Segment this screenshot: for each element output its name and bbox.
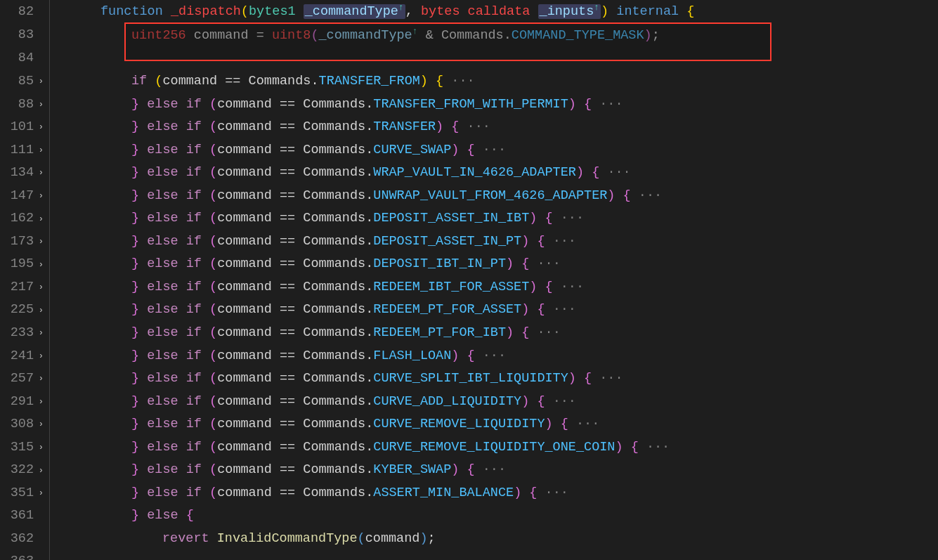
fold-icon[interactable]: › bbox=[37, 420, 44, 429]
fold-icon[interactable]: › bbox=[37, 306, 44, 315]
folded-dots[interactable]: ··· bbox=[553, 302, 576, 317]
code-line[interactable]: 233›} else if (command == Commands.REDEE… bbox=[0, 322, 938, 345]
fold-icon[interactable]: › bbox=[37, 261, 44, 269]
folded-dots[interactable]: ··· bbox=[576, 417, 599, 431]
fold-icon[interactable]: › bbox=[37, 237, 44, 246]
folded-dots[interactable]: ··· bbox=[553, 394, 576, 409]
code-line[interactable]: 85› if (command == Commands.TRANSFER_FRO… bbox=[0, 70, 938, 93]
fold-icon[interactable]: › bbox=[37, 329, 44, 337]
folded-dots[interactable]: ··· bbox=[545, 486, 568, 500]
close-paren: ) bbox=[568, 371, 576, 386]
code-line[interactable]: 308›} else if (command == Commands.CURVE… bbox=[0, 413, 938, 436]
code-line[interactable]: 173›} else if (command == Commands.DEPOS… bbox=[0, 230, 938, 254]
fold-icon[interactable]: › bbox=[37, 192, 44, 200]
code-content[interactable]: } else if (command == Commands.CURVE_ADD… bbox=[49, 391, 938, 414]
fold-icon[interactable]: › bbox=[37, 169, 44, 177]
fold-icon[interactable]: › bbox=[37, 77, 44, 86]
code-content[interactable]: } else if (command == Commands.TRANSFER)… bbox=[49, 116, 938, 139]
folded-dots[interactable]: ··· bbox=[467, 119, 490, 134]
namespace-commands: Commands bbox=[303, 97, 365, 112]
code-content[interactable]: } else if (command == Commands.REDEEM_PT… bbox=[49, 299, 938, 322]
code-content[interactable]: } else if (command == Commands.DEPOSIT_I… bbox=[49, 253, 938, 276]
fold-icon[interactable]: › bbox=[37, 123, 44, 131]
code-line[interactable]: 147›} else if (command == Commands.UNWRA… bbox=[0, 185, 938, 208]
fold-icon[interactable]: › bbox=[37, 100, 44, 109]
code-line[interactable]: 195›} else if (command == Commands.DEPOS… bbox=[0, 253, 938, 276]
fold-icon[interactable]: › bbox=[37, 467, 44, 475]
folded-dots[interactable]: ··· bbox=[599, 371, 623, 386]
fold-icon[interactable]: › bbox=[37, 375, 44, 383]
code-line[interactable]: 351›} else if (command == Commands.ASSER… bbox=[0, 482, 938, 505]
code-content[interactable]: } else if (command == Commands.TRANSFER_… bbox=[49, 93, 938, 117]
code-line[interactable]: 225›} else if (command == Commands.REDEE… bbox=[0, 299, 938, 322]
code-content[interactable]: } else if (command == Commands.REDEEM_PT… bbox=[49, 322, 938, 345]
folded-dots[interactable]: ··· bbox=[537, 325, 560, 340]
folded-dots[interactable]: ··· bbox=[483, 349, 506, 363]
code-line[interactable]: 241›} else if (command == Commands.FLASH… bbox=[0, 345, 938, 368]
code-content[interactable]: if (command == Commands.TRANSFER_FROM) {… bbox=[49, 70, 938, 93]
close-paren: ) bbox=[420, 74, 428, 89]
gutter: 233› bbox=[0, 322, 49, 345]
code-line[interactable]: 111›} else if (command == Commands.CURVE… bbox=[0, 139, 938, 162]
fold-icon[interactable]: › bbox=[37, 443, 44, 452]
code-line[interactable]: 162›} else if (command == Commands.DEPOS… bbox=[0, 207, 938, 230]
code-line[interactable]: 88›} else if (command == Commands.TRANSF… bbox=[0, 93, 938, 117]
folded-dots[interactable]: ··· bbox=[607, 165, 630, 180]
code-content[interactable]: } else if (command == Commands.ASSERT_MI… bbox=[49, 482, 938, 505]
var-command: command bbox=[217, 280, 272, 294]
code-line[interactable]: 101›} else if (command == Commands.TRANS… bbox=[0, 116, 938, 139]
fold-icon[interactable]: › bbox=[37, 398, 44, 406]
fold-icon[interactable]: › bbox=[37, 215, 44, 223]
folded-dots[interactable]: ··· bbox=[483, 143, 506, 157]
code-content[interactable]: } else if (command == Commands.UNWRAP_VA… bbox=[49, 185, 938, 208]
folded-dots[interactable]: ··· bbox=[639, 188, 662, 203]
code-content[interactable]: } else if (command == Commands.CURVE_REM… bbox=[49, 436, 938, 460]
keyword-else: else bbox=[147, 234, 178, 249]
code-line[interactable]: 83 uint256 command = uint8(_commandType↑… bbox=[0, 24, 938, 48]
code-content[interactable]: } else if (command == Commands.FLASH_LOA… bbox=[49, 345, 938, 368]
code-line[interactable]: 322›} else if (command == Commands.KYBER… bbox=[0, 459, 938, 482]
code-line[interactable]: 362 revert InvalidCommandType(command); bbox=[0, 528, 938, 551]
code-line[interactable]: 134›} else if (command == Commands.WRAP_… bbox=[0, 162, 938, 185]
code-content[interactable]: } else if (command == Commands.CURVE_SPL… bbox=[49, 367, 938, 391]
folded-dots[interactable]: ··· bbox=[483, 462, 506, 477]
folded-dots[interactable]: ··· bbox=[561, 280, 584, 294]
code-line[interactable]: 291›} else if (command == Commands.CURVE… bbox=[0, 391, 938, 414]
code-line[interactable]: 217›} else if (command == Commands.REDEE… bbox=[0, 276, 938, 299]
brace-open: { bbox=[545, 211, 553, 226]
code-line[interactable]: 84 bbox=[0, 47, 938, 70]
folded-dots[interactable]: ··· bbox=[599, 97, 623, 112]
code-content[interactable]: } else { bbox=[49, 504, 938, 528]
folded-dots[interactable]: ··· bbox=[537, 256, 560, 271]
code-content[interactable]: uint256 command = uint8(_commandType↑ & … bbox=[49, 24, 938, 48]
code-content[interactable]: } else if (command == Commands.CURVE_REM… bbox=[49, 413, 938, 436]
code-content[interactable]: revert InvalidCommandType(command); bbox=[49, 528, 938, 551]
fold-icon[interactable]: › bbox=[37, 352, 44, 360]
code-content[interactable]: } else if (command == Commands.REDEEM_IB… bbox=[49, 276, 938, 299]
fold-icon[interactable]: › bbox=[37, 146, 44, 155]
folded-dots[interactable]: ··· bbox=[451, 74, 474, 89]
code-content[interactable] bbox=[49, 550, 938, 560]
code-content[interactable]: } else if (command == Commands.CURVE_SWA… bbox=[49, 139, 938, 162]
code-content[interactable]: } else if (command == Commands.WRAP_VAUL… bbox=[49, 162, 938, 185]
open-paren: ( bbox=[209, 371, 217, 386]
code-line[interactable]: 363 bbox=[0, 550, 938, 560]
fold-icon[interactable]: › bbox=[37, 283, 44, 292]
enum-value: FLASH_LOAN bbox=[373, 349, 451, 363]
var-command: command bbox=[217, 211, 272, 226]
fold-icon[interactable]: › bbox=[37, 489, 44, 497]
code-content[interactable] bbox=[49, 47, 938, 70]
code-content[interactable]: } else if (command == Commands.DEPOSIT_A… bbox=[49, 207, 938, 230]
code-line[interactable]: 315›} else if (command == Commands.CURVE… bbox=[0, 436, 938, 460]
gutter: 88› bbox=[0, 93, 49, 117]
code-content[interactable]: } else if (command == Commands.DEPOSIT_A… bbox=[49, 230, 938, 254]
folded-dots[interactable]: ··· bbox=[561, 211, 584, 226]
code-line[interactable]: 257›} else if (command == Commands.CURVE… bbox=[0, 367, 938, 391]
folded-dots[interactable]: ··· bbox=[646, 440, 670, 455]
code-line[interactable]: 361 } else { bbox=[0, 504, 938, 528]
code-content[interactable]: } else if (command == Commands.KYBER_SWA… bbox=[49, 459, 938, 482]
open-paren: ( bbox=[209, 211, 217, 226]
code-line[interactable]: 82 function _dispatch(bytes1 _commandTyp… bbox=[0, 0, 938, 24]
folded-dots[interactable]: ··· bbox=[553, 234, 576, 249]
code-content[interactable]: function _dispatch(bytes1 _commandType↑,… bbox=[49, 0, 938, 24]
